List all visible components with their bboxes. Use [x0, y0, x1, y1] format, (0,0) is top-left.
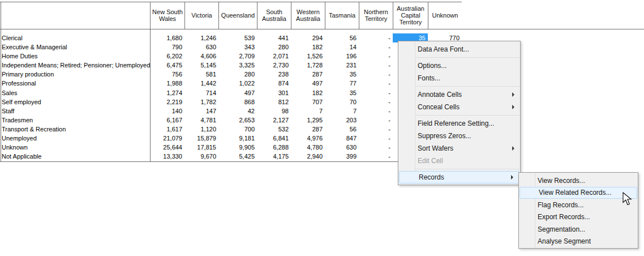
- menu-item-records[interactable]: Records: [399, 171, 520, 184]
- cell[interactable]: 56: [325, 33, 359, 42]
- cell[interactable]: 714: [184, 88, 218, 97]
- cell[interactable]: 140: [150, 106, 184, 116]
- cell[interactable]: 1,728: [291, 61, 325, 70]
- cell[interactable]: 14: [325, 42, 359, 52]
- column-header-queensland[interactable]: Queensland: [219, 2, 257, 29]
- cell[interactable]: 6,475: [150, 61, 184, 70]
- column-header-new-south-wales[interactable]: New South Wales: [151, 2, 184, 29]
- cell[interactable]: 280: [257, 42, 291, 52]
- cell[interactable]: 581: [184, 70, 218, 79]
- cell[interactable]: 2,071: [257, 52, 291, 61]
- cell[interactable]: 1,295: [291, 116, 325, 125]
- cell[interactable]: -: [359, 125, 393, 134]
- cell[interactable]: 42: [218, 106, 257, 116]
- cell[interactable]: -: [359, 106, 393, 116]
- cell[interactable]: 630: [184, 42, 218, 52]
- cell[interactable]: 630: [325, 143, 359, 152]
- column-header-unknown[interactable]: Unknown: [428, 2, 462, 29]
- cell[interactable]: 539: [218, 33, 257, 42]
- table-row[interactable]: Sales 1,274 714 497 301 182 35 -: [0, 88, 462, 97]
- table-row[interactable]: Clerical 1,680 1,246 539 441 294 56 - 35…: [0, 33, 462, 42]
- column-header-tasmania[interactable]: Tasmania: [325, 2, 359, 29]
- cell[interactable]: 287: [291, 70, 325, 79]
- cell[interactable]: 196: [325, 52, 359, 61]
- submenu-item-analyse-segment[interactable]: Analyse Segment: [519, 236, 638, 248]
- cell[interactable]: -: [359, 42, 393, 52]
- submenu-item-segmentation[interactable]: Segmentation...: [519, 223, 638, 236]
- cell[interactable]: 1,246: [184, 33, 218, 42]
- menu-item-conceal-cells[interactable]: Conceal Cells: [398, 101, 520, 113]
- table-row[interactable]: Staff 140 147 42 98 7 7 -: [0, 106, 462, 116]
- cell[interactable]: 790: [150, 42, 184, 52]
- cell[interactable]: 6,288: [257, 143, 291, 152]
- table-row[interactable]: Home Duties 6,202 4,606 2,709 2,071 1,52…: [0, 52, 462, 61]
- cell[interactable]: 812: [257, 97, 291, 106]
- cell[interactable]: 532: [257, 125, 291, 134]
- cell[interactable]: 1,617: [150, 125, 184, 134]
- table-row[interactable]: Unemployed 21,079 15,879 9,181 6,841 4,9…: [0, 134, 462, 143]
- cell[interactable]: 25,644: [150, 143, 184, 152]
- cell[interactable]: 2,709: [218, 52, 257, 61]
- cell[interactable]: 1,022: [218, 79, 257, 88]
- cell[interactable]: 343: [218, 42, 257, 52]
- cell[interactable]: 1,120: [184, 125, 218, 134]
- cell[interactable]: 98: [257, 106, 291, 116]
- cell[interactable]: 13,330: [150, 152, 184, 161]
- cell[interactable]: 4,781: [184, 116, 218, 125]
- cell[interactable]: 17,815: [184, 143, 218, 152]
- menu-item-field-reference-setting[interactable]: Field Reference Setting...: [398, 117, 520, 130]
- cell[interactable]: 182: [291, 88, 325, 97]
- cell[interactable]: 441: [257, 33, 291, 42]
- cell[interactable]: -: [359, 70, 393, 79]
- cell[interactable]: -: [359, 97, 393, 106]
- cell[interactable]: 5,145: [184, 61, 218, 70]
- table-row[interactable]: Tradesmen 6,167 4,781 2,653 2,127 1,295 …: [0, 116, 462, 125]
- table-row[interactable]: Professional 1,988 1,442 1,022 874 497 7…: [0, 79, 462, 88]
- cell[interactable]: -: [359, 143, 393, 152]
- submenu-item-flag-records[interactable]: Flag Records...: [519, 199, 638, 211]
- submenu-item-export-records[interactable]: Export Records...: [519, 211, 638, 224]
- column-header-western-australia[interactable]: Western Australia: [291, 2, 325, 29]
- cell[interactable]: 9,670: [184, 152, 218, 161]
- cell[interactable]: 2,219: [150, 97, 184, 106]
- cell[interactable]: 280: [218, 70, 257, 79]
- menu-item-options[interactable]: Options...: [398, 59, 520, 72]
- cell[interactable]: 231: [325, 61, 359, 70]
- cell[interactable]: 497: [291, 79, 325, 88]
- cell[interactable]: 1,442: [184, 79, 218, 88]
- menu-item-annotate-cells[interactable]: Annotate Cells: [398, 88, 520, 101]
- cell[interactable]: 756: [150, 70, 184, 79]
- cell[interactable]: -: [359, 88, 393, 97]
- cell[interactable]: 1,680: [150, 33, 184, 42]
- table-row[interactable]: Independent Means; Retired; Pensioner; U…: [0, 61, 462, 70]
- table-row[interactable]: Not Applicable 13,330 9,670 5,425 4,175 …: [0, 152, 462, 161]
- cell[interactable]: 3,325: [218, 61, 257, 70]
- menu-item-fonts[interactable]: Fonts...: [398, 72, 520, 84]
- cell[interactable]: 21,079: [150, 134, 184, 143]
- cell[interactable]: -: [359, 33, 393, 42]
- cell[interactable]: 9,905: [218, 143, 257, 152]
- cell[interactable]: -: [359, 134, 393, 143]
- cell[interactable]: -: [359, 116, 393, 125]
- cell[interactable]: 2,127: [257, 116, 291, 125]
- cell[interactable]: 2,940: [291, 152, 325, 161]
- cell[interactable]: 497: [218, 88, 257, 97]
- menu-item-sort-wafers[interactable]: Sort Wafers: [398, 142, 520, 155]
- cell[interactable]: 35: [325, 88, 359, 97]
- menu-item-data-area-font[interactable]: Data Area Font...: [398, 43, 520, 56]
- cell[interactable]: 6,167: [150, 116, 184, 125]
- cell[interactable]: 1,526: [291, 52, 325, 61]
- cell[interactable]: 868: [218, 97, 257, 106]
- cell[interactable]: 70: [325, 97, 359, 106]
- cell[interactable]: 203: [325, 116, 359, 125]
- cell[interactable]: 707: [291, 97, 325, 106]
- cell[interactable]: 5,425: [218, 152, 257, 161]
- cell[interactable]: 77: [325, 79, 359, 88]
- cell[interactable]: 399: [325, 152, 359, 161]
- cell[interactable]: 238: [257, 70, 291, 79]
- cell[interactable]: 7: [325, 106, 359, 116]
- cell[interactable]: 15,879: [184, 134, 218, 143]
- cell[interactable]: -: [359, 79, 393, 88]
- submenu-item-view-related-records[interactable]: View Related Records...: [520, 187, 637, 199]
- cell[interactable]: 4,976: [291, 134, 325, 143]
